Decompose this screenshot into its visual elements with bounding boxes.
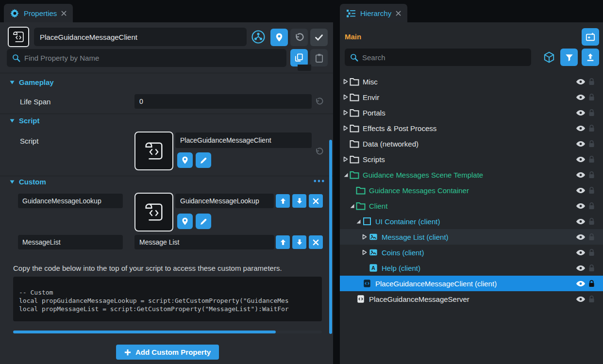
expand-arrow-icon[interactable] — [342, 110, 350, 116]
lock-icon[interactable] — [588, 109, 595, 117]
custom-property-name-input[interactable] — [18, 235, 123, 249]
lock-icon[interactable] — [588, 217, 595, 226]
confirm-button[interactable] — [310, 29, 328, 46]
visibility-eye-icon[interactable] — [576, 203, 586, 209]
collapse-arrow-icon[interactable] — [348, 203, 356, 209]
filter-button[interactable] — [560, 49, 578, 66]
collapse-arrow-icon[interactable] — [342, 172, 350, 178]
collapse-arrow-icon[interactable] — [354, 219, 362, 224]
close-icon[interactable] — [61, 11, 67, 16]
expand-arrow-icon[interactable] — [361, 234, 368, 240]
tree-row-help-client[interactable]: AHelp (client) — [340, 260, 603, 276]
section-script-header[interactable]: Script — [10, 116, 40, 125]
move-down-button[interactable] — [292, 235, 306, 249]
cube-icon[interactable] — [543, 51, 555, 64]
move-down-button[interactable] — [292, 194, 306, 208]
lock-icon[interactable] — [588, 248, 595, 257]
tree-row-scripts[interactable]: Scripts — [340, 151, 603, 167]
tree-row-placeguidancemessageserver[interactable]: PlaceGuidanceMessageServer — [340, 291, 603, 307]
visibility-eye-icon[interactable] — [576, 172, 586, 178]
vertical-scrollbar[interactable] — [329, 140, 332, 334]
delete-property-button[interactable] — [309, 235, 323, 249]
tree-row-effects-post-process[interactable]: Effects & Post Process — [340, 120, 603, 136]
delete-property-button[interactable] — [309, 194, 323, 208]
find-asset-button[interactable] — [270, 29, 288, 46]
visibility-eye-icon[interactable] — [576, 296, 586, 302]
tree-row-misc[interactable]: Misc — [340, 74, 603, 89]
more-options-icon[interactable] — [314, 180, 324, 182]
close-icon[interactable] — [396, 11, 401, 16]
find-script-button[interactable] — [177, 152, 193, 168]
custom-property-value[interactable]: Message List — [134, 235, 274, 249]
section-custom-header[interactable]: Custom — [10, 178, 46, 186]
horizontal-scrollbar[interactable] — [13, 331, 276, 333]
lock-icon[interactable] — [588, 124, 595, 132]
tree-row-envir[interactable]: Envir — [340, 89, 603, 105]
visibility-eye-icon[interactable] — [576, 141, 586, 147]
create-template-button[interactable] — [582, 28, 599, 46]
folder-icon — [350, 139, 359, 148]
tree-row-client[interactable]: Client — [340, 198, 603, 214]
expand-arrow-icon[interactable] — [361, 249, 368, 255]
edit-script-button[interactable] — [196, 152, 211, 168]
custom-asset-slot[interactable] — [134, 193, 173, 232]
reset-icon[interactable] — [315, 97, 323, 106]
script-asset-slot[interactable] — [134, 132, 173, 170]
scene-selector[interactable]: Main — [345, 33, 361, 41]
code-snippet[interactable]: -- Custom local propGuidanceMessageLooku… — [13, 277, 322, 321]
tree-row-data-networked[interactable]: Data (networked) — [340, 136, 603, 151]
lock-icon[interactable] — [588, 295, 595, 303]
tree-row-ui-container-client[interactable]: UI Container (client) — [340, 214, 603, 229]
export-button[interactable] — [582, 49, 599, 66]
property-search-input[interactable] — [7, 49, 286, 67]
visibility-eye-icon[interactable] — [576, 156, 586, 163]
expand-arrow-icon[interactable] — [342, 156, 350, 162]
lock-icon[interactable] — [588, 93, 595, 101]
tree-row-guidance-messages-scene-template[interactable]: Guidance Messages Scene Template — [340, 167, 603, 182]
hierarchy-search-input[interactable] — [345, 49, 531, 66]
tree-row-portals[interactable]: Portals — [340, 105, 603, 120]
visibility-eye-icon[interactable] — [576, 234, 586, 240]
tab-properties[interactable]: Properties — [4, 4, 73, 22]
lock-icon[interactable] — [588, 264, 595, 272]
add-custom-property-button[interactable]: Add Custom Property — [116, 345, 219, 360]
edit-asset-button[interactable] — [196, 214, 211, 229]
reset-icon[interactable] — [315, 147, 323, 156]
tree-row-coins-client[interactable]: Coins (client) — [340, 245, 603, 260]
folder-icon — [350, 108, 359, 117]
lock-icon[interactable] — [588, 280, 595, 288]
custom-property-name-input[interactable] — [18, 194, 123, 208]
section-gameplay-header[interactable]: Gameplay — [10, 78, 54, 86]
lock-icon[interactable] — [588, 186, 595, 195]
tree-row-message-list-client[interactable]: Message List (client) — [340, 229, 603, 245]
visibility-eye-icon[interactable] — [576, 218, 586, 225]
find-asset-button[interactable] — [177, 214, 193, 229]
expand-arrow-icon[interactable] — [342, 79, 350, 84]
object-name-input[interactable] — [34, 28, 247, 46]
expand-arrow-icon[interactable] — [342, 125, 350, 131]
copy-properties-button[interactable] — [290, 49, 308, 66]
paste-properties-button[interactable] — [310, 49, 328, 66]
tree-row-placeguidancemessageclient-client[interactable]: PlaceGuidanceMessageClient (client) — [340, 276, 603, 291]
tab-hierarchy[interactable]: Hierarchy — [340, 4, 407, 22]
visibility-eye-icon[interactable] — [576, 265, 586, 271]
lock-icon[interactable] — [588, 233, 595, 241]
life-span-input[interactable] — [134, 94, 312, 109]
visibility-eye-icon[interactable] — [576, 187, 586, 194]
visibility-eye-icon[interactable] — [576, 94, 586, 100]
lock-icon[interactable] — [588, 155, 595, 164]
move-up-button[interactable] — [276, 194, 290, 208]
visibility-eye-icon[interactable] — [576, 249, 586, 256]
lock-icon[interactable] — [588, 202, 595, 210]
lock-icon[interactable] — [588, 78, 595, 86]
tree-row-guidance-messages-container[interactable]: Guidance Messages Container — [340, 182, 603, 198]
visibility-eye-icon[interactable] — [576, 281, 586, 287]
move-up-button[interactable] — [276, 235, 290, 249]
visibility-eye-icon[interactable] — [576, 125, 586, 132]
lock-icon[interactable] — [588, 140, 595, 148]
expand-arrow-icon[interactable] — [342, 94, 350, 100]
undo-button[interactable] — [290, 29, 308, 46]
visibility-eye-icon[interactable] — [576, 79, 586, 85]
lock-icon[interactable] — [588, 171, 595, 179]
visibility-eye-icon[interactable] — [576, 110, 586, 116]
